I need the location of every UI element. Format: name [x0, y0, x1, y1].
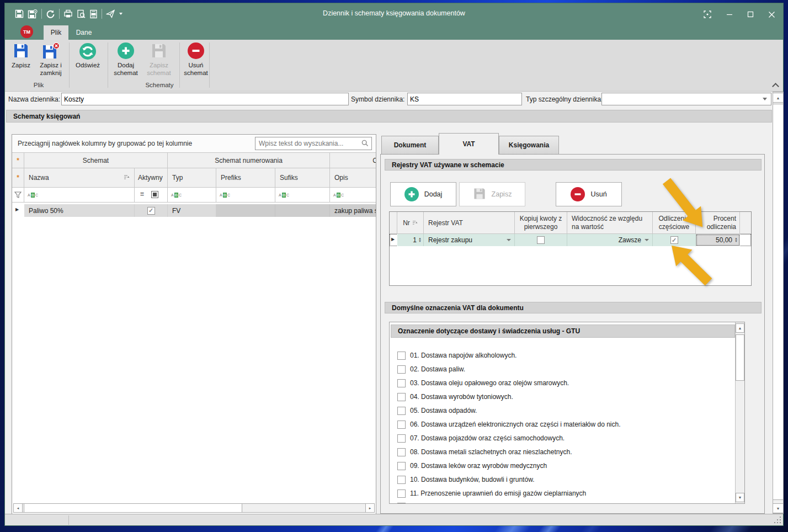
column-prefiks[interactable]: Prefiks [216, 168, 275, 188]
table-row[interactable]: ▶ Paliwo 50% FV zakup paliwa sam [12, 204, 376, 217]
gtu-item[interactable]: 05. Dostawa odpadów. [390, 405, 721, 416]
band-clipped[interactable]: C [330, 153, 376, 168]
gtu-checkbox[interactable] [397, 476, 406, 484]
abc-filter-icon[interactable]: ABC [220, 193, 230, 198]
nazwa-dziennika-label: Nazwa dziennika: [8, 95, 60, 103]
gtu-checkbox[interactable] [397, 379, 406, 387]
focus-mode-button[interactable] [699, 8, 716, 20]
main-scroll-up-button[interactable]: ▲ [773, 93, 784, 103]
combobox-dropdown-icon[interactable] [763, 98, 767, 100]
zapisz-i-zamknij-button[interactable]: Zapisz i zamknij [34, 42, 68, 77]
tab-vat[interactable]: VAT [439, 133, 499, 155]
vat-col-rejestr[interactable]: Rejestr VAT [424, 212, 515, 234]
gtu-item[interactable]: 09. Dostawa leków oraz wyrobów medycznyc… [390, 460, 721, 471]
tab-ksiegowania[interactable]: Księgowania [499, 136, 559, 154]
gtu-scrollbar-thumb[interactable] [736, 334, 744, 381]
vat-col-indicator [390, 212, 397, 234]
gtu-checkbox[interactable] [397, 352, 406, 360]
app-logo[interactable]: TM [20, 25, 33, 38]
cell-nazwa[interactable]: Paliwo 50% [24, 204, 135, 217]
window-title: Dziennik i schematy księgowania dokument… [5, 9, 783, 17]
column-sufiks[interactable]: Sufiks [275, 168, 330, 188]
search-icon[interactable] [361, 140, 369, 148]
collapse-ribbon-icon[interactable] [772, 83, 779, 90]
gtu-scroll-up-button[interactable]: ▲ [736, 323, 744, 333]
dropdown-icon[interactable] [507, 239, 511, 241]
cell-aktywny[interactable] [135, 204, 168, 217]
gtu-item[interactable]: 10. Dostawa budynków, budowli i gruntów. [390, 474, 721, 485]
tab-dokument[interactable]: Dokument [381, 136, 439, 154]
gtu-checkbox[interactable] [397, 393, 406, 401]
cell-opis[interactable]: zakup paliwa sam [330, 204, 376, 217]
cell-sufiks[interactable] [275, 204, 330, 217]
gtu-checkbox[interactable] [397, 434, 406, 443]
aktywny-filter-checkbox[interactable] [151, 191, 158, 198]
minimize-button[interactable] [721, 8, 738, 20]
nazwa-dziennika-input[interactable] [61, 93, 349, 105]
column-typ[interactable]: Typ [168, 168, 216, 188]
gtu-item-partial[interactable] [390, 501, 721, 504]
close-button[interactable] [763, 8, 780, 20]
column-aktywny[interactable]: Aktywny [135, 168, 168, 188]
filter-funnel-icon[interactable] [14, 191, 22, 200]
cell-typ[interactable]: FV [168, 204, 216, 217]
zapisz-button[interactable]: Zapisz [8, 42, 34, 69]
column-nazwa[interactable]: Nazwa [24, 168, 135, 188]
tab-plik[interactable]: Plik [44, 25, 68, 40]
gtu-item[interactable]: 02. Dostawa paliw. [390, 364, 721, 375]
cell-rejestr-vat[interactable]: Rejestr zakupu [424, 234, 515, 246]
gtu-item[interactable]: 06. Dostawa urządzeń elektronicznych ora… [390, 419, 721, 430]
gtu-item[interactable]: 07. Dostawa pojazdów oraz części samocho… [390, 433, 721, 444]
gtu-checkbox[interactable] [397, 421, 406, 429]
gtu-item[interactable]: 01. Dostawa napojów alkoholowych. [390, 350, 721, 361]
abc-filter-icon[interactable]: ABC [333, 193, 344, 198]
abc-filter-icon[interactable]: ABC [279, 193, 289, 198]
gtu-item[interactable]: 03. Dostawa oleju opałowego oraz olejów … [390, 377, 721, 389]
cell-prefiks[interactable] [216, 204, 275, 217]
scroll-right-button[interactable]: ▸ [365, 503, 375, 513]
gtu-checkbox[interactable] [397, 365, 406, 374]
gtu-checkbox[interactable] [397, 503, 406, 504]
zapisz-schemat-button[interactable]: Zapisz schemat [143, 42, 175, 77]
usun-schemat-button[interactable]: Usuń schemat [180, 42, 211, 77]
group-by-bar: Przeciągnij nagłówek kolumny by grupować… [12, 135, 376, 153]
vat-col-nr[interactable]: Nr [397, 212, 424, 234]
abc-filter-icon[interactable]: ABC [171, 193, 182, 198]
scroll-left-button[interactable]: ◂ [13, 503, 23, 513]
aktywny-checkbox[interactable] [147, 207, 155, 215]
typ-szczegolny-combobox[interactable] [601, 93, 771, 105]
odswiez-button[interactable]: Odśwież [71, 42, 104, 69]
grid-search-input[interactable] [255, 137, 372, 150]
equals-filter-icon[interactable]: = [140, 190, 144, 198]
gtu-checkbox[interactable] [397, 462, 406, 470]
gtu-item[interactable]: 08. Dostawa metali szlachetnych oraz nie… [390, 446, 721, 457]
refresh-green-icon [71, 42, 104, 61]
dodaj-button[interactable]: Dodaj [390, 182, 456, 206]
save-blue-icon [8, 42, 34, 61]
usun-button[interactable]: Usuń [556, 182, 622, 206]
abc-filter-icon[interactable]: ABC [28, 193, 38, 198]
maximize-button[interactable] [742, 8, 759, 20]
spinner-icon[interactable]: ▲▼ [418, 237, 422, 243]
cell-kopiuj[interactable] [515, 234, 567, 246]
gtu-list-box: Oznaczenie dotyczące dostawy i świadczen… [389, 322, 745, 504]
gtu-item[interactable]: 11. Przenoszenie uprawnień do emisji gaz… [390, 488, 721, 499]
gtu-checkbox[interactable] [397, 448, 406, 456]
main-scrollbar-thumb[interactable] [773, 104, 784, 500]
tab-dane[interactable]: Dane [71, 25, 97, 40]
kopiuj-checkbox[interactable] [537, 236, 545, 244]
cell-nr[interactable]: 1▲▼ [397, 234, 424, 246]
band-schemat[interactable]: Schemat [24, 153, 168, 168]
gtu-item[interactable]: 04. Dostawa wyrobów tytoniowych. [390, 391, 721, 402]
gtu-checkbox[interactable] [397, 407, 406, 415]
column-opis[interactable]: Opis [330, 168, 376, 188]
gtu-scroll-down-button[interactable]: ▼ [736, 493, 744, 502]
horizontal-scrollbar-thumb[interactable] [24, 503, 242, 513]
zapisz-button-vat[interactable]: Zapisz [459, 182, 525, 206]
band-schemat-numerowania[interactable]: Schemat numerowania [168, 153, 330, 168]
symbol-dziennika-input[interactable] [407, 93, 522, 105]
gtu-checkbox[interactable] [397, 490, 406, 498]
main-scroll-down-button[interactable]: ▼ [773, 503, 784, 513]
vat-col-kopiuj[interactable]: Kopiuj kwoty z pierwszego [515, 212, 567, 234]
dodaj-schemat-button[interactable]: Dodaj schemat [110, 42, 142, 77]
